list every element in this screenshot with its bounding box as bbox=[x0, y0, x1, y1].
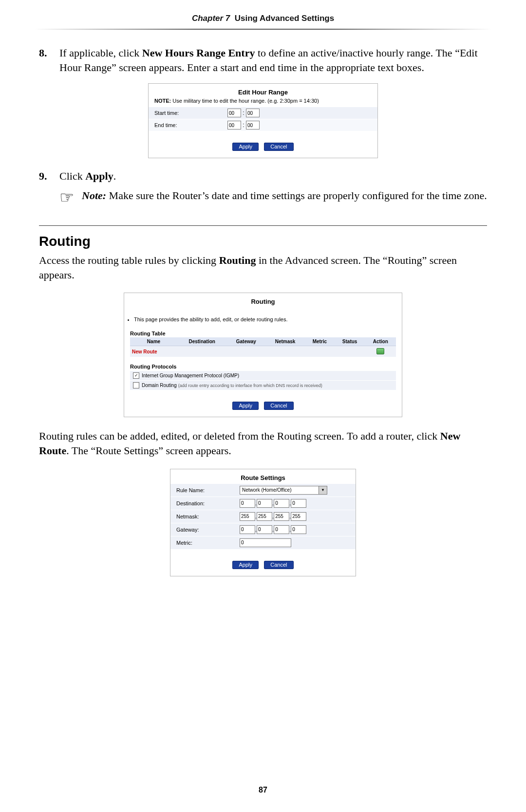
rs-netmask-row: Netmask: . . . bbox=[170, 510, 356, 523]
ehr-note-label: NOTE: bbox=[154, 98, 171, 104]
chapter-label: Chapter 7 bbox=[192, 14, 230, 23]
rs-mask-oct2[interactable] bbox=[257, 512, 272, 521]
col-netmask: Netmask bbox=[265, 337, 305, 346]
igmp-checkbox[interactable] bbox=[133, 372, 139, 379]
rs-destination-row: Destination: . . . bbox=[170, 497, 356, 510]
ehr-end-mm-input[interactable] bbox=[246, 121, 260, 129]
rs-dest-oct3[interactable] bbox=[274, 499, 289, 508]
add-route-action-icon[interactable] bbox=[376, 348, 384, 354]
step-8-bold: New Hours Range Entry bbox=[142, 47, 255, 59]
note-body: Note: Make sure the Router’s date and ti… bbox=[82, 188, 487, 206]
chapter-title-text: Using Advanced Settings bbox=[235, 14, 334, 23]
rs-apply-button[interactable]: Apply bbox=[232, 561, 259, 569]
domain-routing-checkbox[interactable] bbox=[133, 382, 139, 388]
col-destination: Destination bbox=[177, 337, 226, 346]
ehr-end-hh-input[interactable] bbox=[227, 121, 241, 129]
rs-rule-name-select[interactable]: Network (Home/Office) ▼ bbox=[240, 486, 327, 495]
rs-gw-oct2[interactable] bbox=[257, 525, 272, 534]
rs-gateway-row: Gateway: . . . bbox=[170, 523, 356, 536]
routing-table-header: Name Destination Gateway Netmask Metric … bbox=[130, 337, 396, 346]
routing-title: Routing bbox=[124, 293, 402, 307]
rs-buttons: Apply Cancel bbox=[170, 549, 356, 576]
rs-rule-name-row: Rule Name: Network (Home/Office) ▼ bbox=[170, 483, 356, 497]
rs-metric-label: Metric: bbox=[176, 540, 240, 546]
domain-routing-label: Domain Routing bbox=[142, 383, 177, 388]
rs-gw-oct3[interactable] bbox=[274, 525, 289, 534]
col-name: Name bbox=[130, 337, 177, 346]
routing-table-heading: Routing Table bbox=[124, 329, 402, 337]
ehr-start-row: Start time: : bbox=[149, 107, 377, 119]
col-gateway: Gateway bbox=[226, 337, 265, 346]
ehr-start-hh-input[interactable] bbox=[227, 109, 241, 117]
rs-metric-input[interactable] bbox=[240, 538, 291, 547]
step-9-bold: Apply bbox=[85, 170, 113, 182]
ehr-start-label: Start time: bbox=[154, 110, 227, 116]
ehr-end-row: End time: : bbox=[149, 119, 377, 131]
routing-para2-pre: Routing rules can be added, edited, or d… bbox=[39, 430, 440, 442]
routing-intro-pre: Access the routing table rules by clicki… bbox=[39, 254, 219, 266]
routing-table: Name Destination Gateway Netmask Metric … bbox=[130, 337, 396, 357]
routing-heading: Routing bbox=[39, 234, 487, 249]
section-divider bbox=[39, 225, 487, 226]
note-label: Note: bbox=[82, 189, 106, 202]
chapter-header: Chapter 7 Using Advanced Settings bbox=[39, 0, 487, 27]
step-9-text: Click Apply. bbox=[59, 169, 487, 184]
routing-protocols-heading: Routing Protocols bbox=[124, 362, 402, 370]
rs-metric-row: Metric: bbox=[170, 536, 356, 549]
step-8-number: 8. bbox=[39, 46, 59, 74]
routing-intro-bold: Routing bbox=[219, 254, 256, 266]
rs-rule-name-value: Network (Home/Office) bbox=[242, 487, 292, 493]
domain-routing-fine: (add route entry according to interface … bbox=[178, 383, 322, 388]
routing-dialog: Routing This page provides the ability t… bbox=[124, 293, 402, 417]
chevron-down-icon: ▼ bbox=[319, 486, 327, 494]
routing-table-row-newroute: New Route bbox=[130, 346, 396, 357]
routing-para2: Routing rules can be added, edited, or d… bbox=[39, 429, 487, 458]
rs-mask-oct1[interactable] bbox=[240, 512, 255, 521]
rs-mask-oct3[interactable] bbox=[274, 512, 289, 521]
ehr-buttons: Apply Cancel bbox=[149, 131, 377, 158]
edit-hour-range-dialog: Edit Hour Range NOTE: Use military time … bbox=[148, 83, 378, 158]
new-route-link[interactable]: New Route bbox=[132, 349, 157, 354]
igmp-row: Internet Group Management Protocol (IGMP… bbox=[130, 370, 396, 380]
rs-dest-oct4[interactable] bbox=[291, 499, 306, 508]
ehr-end-label: End time: bbox=[154, 122, 227, 128]
step-9-number: 9. bbox=[39, 169, 59, 184]
routing-cancel-button[interactable]: Cancel bbox=[264, 402, 293, 410]
step-8-pre: If applicable, click bbox=[59, 47, 142, 59]
col-status: Status bbox=[335, 337, 365, 346]
colon-sep: : bbox=[241, 110, 246, 116]
rs-dest-oct2[interactable] bbox=[257, 499, 272, 508]
step-8: 8. If applicable, click New Hours Range … bbox=[39, 46, 487, 74]
note-row: ☞ Note: Make sure the Router’s date and … bbox=[59, 188, 487, 206]
ehr-note: NOTE: Use military time to edit the hour… bbox=[149, 98, 377, 107]
rs-gw-oct4[interactable] bbox=[291, 525, 306, 534]
step-8-text: If applicable, click New Hours Range Ent… bbox=[59, 46, 487, 74]
rs-mask-oct4[interactable] bbox=[291, 512, 306, 521]
rs-cancel-button[interactable]: Cancel bbox=[264, 561, 293, 569]
ehr-apply-button[interactable]: Apply bbox=[232, 143, 259, 151]
step-9-pre: Click bbox=[59, 170, 85, 182]
step-9: 9. Click Apply. bbox=[39, 169, 487, 184]
colon-sep: : bbox=[241, 122, 246, 129]
rs-gw-oct1[interactable] bbox=[240, 525, 255, 534]
route-settings-dialog: Route Settings Rule Name: Network (Home/… bbox=[170, 469, 356, 576]
routing-buttons: Apply Cancel bbox=[124, 390, 402, 417]
rs-dest-oct1[interactable] bbox=[240, 499, 255, 508]
routing-apply-button[interactable]: Apply bbox=[232, 402, 259, 410]
routing-intro: Access the routing table rules by clicki… bbox=[39, 253, 487, 282]
routing-desc-item: This page provides the ability to add, e… bbox=[134, 316, 392, 322]
rs-rule-name-label: Rule Name: bbox=[176, 487, 240, 493]
note-text: Make sure the Router’s date and time set… bbox=[106, 189, 487, 202]
ehr-title: Edit Hour Range bbox=[149, 84, 377, 98]
rs-title: Route Settings bbox=[170, 469, 356, 483]
step-9-post: . bbox=[113, 170, 116, 182]
rs-gateway-label: Gateway: bbox=[176, 527, 240, 533]
ehr-cancel-button[interactable]: Cancel bbox=[264, 143, 293, 151]
col-action: Action bbox=[365, 337, 396, 346]
pointing-hand-icon: ☞ bbox=[59, 188, 82, 206]
ehr-start-mm-input[interactable] bbox=[246, 109, 260, 117]
page-number: 87 bbox=[0, 786, 526, 794]
igmp-label: Internet Group Management Protocol (IGMP… bbox=[142, 373, 239, 378]
rs-netmask-label: Netmask: bbox=[176, 514, 240, 519]
header-rule bbox=[34, 27, 492, 31]
